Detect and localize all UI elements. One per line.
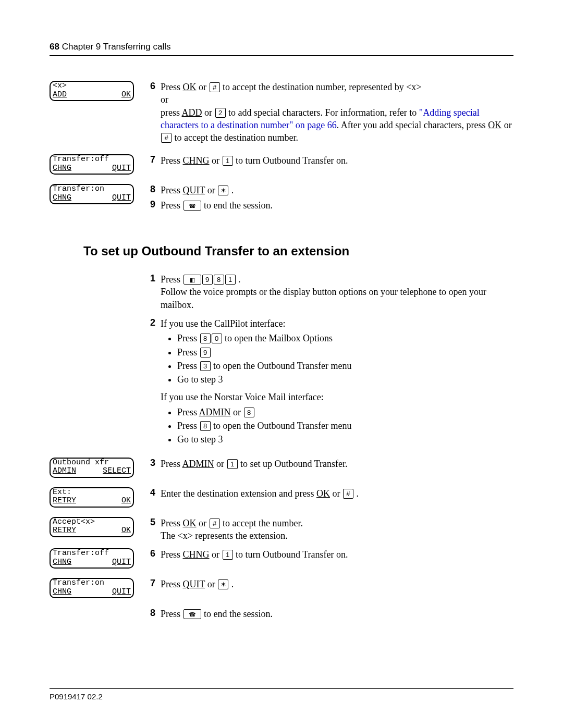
step-row: 8 Press to end the session. [50, 608, 513, 620]
zero-key-icon: 0 [212, 334, 222, 343]
phone-display: Transfer:off CHNGQUIT [50, 548, 134, 569]
page-header: 68 Chapter 9 Transferring calls [50, 42, 513, 56]
phone-display: Ext: RETRYOK [50, 487, 134, 508]
step-row: Transfer:off CHNGQUIT 6 Press CHNG or 1 … [50, 548, 513, 572]
step-number: 6 [141, 81, 161, 92]
step-number: 5 [141, 517, 161, 528]
phone-display: Outbound xfr ADMINSELECT [50, 458, 134, 478]
one-key-icon: 1 [225, 275, 236, 285]
chapter-title: Chapter 9 Transferring calls [62, 42, 171, 52]
step-number: 2 [141, 317, 161, 328]
phone-display: Transfer:off CHNGQUIT [50, 154, 134, 175]
step-number: 8 [141, 608, 161, 619]
step-text: Press to end the session. [161, 199, 513, 212]
step-number: 7 [141, 154, 161, 165]
step-number: 7 [141, 578, 161, 589]
release-key-icon [183, 201, 201, 211]
star-key-icon: ✶ [218, 186, 228, 195]
bullet-list: Press ADMIN or 8 Press 8 to open the Out… [161, 406, 513, 446]
eight-key-icon: 8 [200, 421, 211, 431]
display-column: Transfer:on CHNGQUIT [50, 184, 141, 207]
hash-key-icon: # [210, 82, 220, 92]
step-number: 6 [141, 548, 161, 559]
step-row: 2 If you use the CallPilot interface: Pr… [50, 317, 513, 451]
step-number: 8 [141, 184, 161, 195]
three-key-icon: 3 [200, 361, 211, 371]
step-row: 1 Press 981 . Follow the voice prompts o… [50, 273, 513, 311]
page-footer: P0919417 02.2 [50, 688, 513, 701]
step-text: Enter the destination extension and pres… [161, 487, 513, 500]
step-row: Accept<x> RETRYOK 5 Press OK or # to acc… [50, 517, 513, 542]
step-text: Press 981 . Follow the voice prompts or … [161, 273, 513, 311]
hash-key-icon: # [161, 133, 172, 143]
step-text: Press to end the session. [161, 608, 513, 620]
step-row: Transfer:on CHNGQUIT 7 Press QUIT or ✶ . [50, 578, 513, 601]
display-column: Transfer:off CHNGQUIT [50, 154, 141, 178]
step-number: 3 [141, 458, 161, 468]
bullet-list: Press 80 to open the Mailbox Options Pre… [161, 332, 513, 386]
release-key-icon [183, 609, 201, 619]
step-text: Press OK or # to accept the number. The … [161, 517, 513, 542]
two-key-icon: 2 [215, 108, 226, 118]
one-key-icon: 1 [227, 459, 238, 469]
step-row: <x> ADDOK 6 Press OK or # to accept the … [50, 81, 513, 144]
eight-key-icon: 8 [200, 334, 211, 343]
step-number: 4 [141, 487, 161, 498]
step-text: Press CHNG or 1 to turn Outbound Transfe… [161, 548, 513, 561]
document-page: 68 Chapter 9 Transferring calls <x> ADDO… [0, 0, 563, 728]
nine-key-icon: 9 [200, 348, 211, 357]
list-item: Press 8 to open the Outbound Transfer me… [177, 419, 513, 432]
phone-display: Transfer:on CHNGQUIT [50, 184, 134, 204]
step-row: Transfer:off CHNGQUIT 7 Press CHNG or 1 … [50, 154, 513, 178]
display-column: Transfer:on CHNGQUIT [50, 578, 141, 601]
list-item: Press 80 to open the Mailbox Options [177, 332, 513, 344]
step-row: Ext: RETRYOK 4 Enter the destination ext… [50, 487, 513, 511]
display-column: Transfer:off CHNGQUIT [50, 548, 141, 572]
step-row: Outbound xfr ADMINSELECT 3 Press ADMIN o… [50, 458, 513, 481]
phone-display: Accept<x> RETRYOK [50, 517, 134, 537]
list-item: Press ADMIN or 8 [177, 406, 513, 418]
eight-key-icon: 8 [214, 275, 224, 285]
document-id: P0919417 02.2 [50, 692, 103, 701]
display-column: Accept<x> RETRYOK [50, 517, 141, 540]
hash-key-icon: # [343, 489, 353, 499]
display-column: Ext: RETRYOK [50, 487, 141, 511]
step-text: Press CHNG or 1 to turn Outbound Transfe… [161, 154, 513, 167]
hash-key-icon: # [210, 519, 220, 528]
section-heading: To set up Outbound Transfer to an extens… [83, 244, 513, 258]
list-item: Go to step 3 [177, 433, 513, 446]
star-key-icon: ✶ [218, 579, 228, 589]
step-text: Press OK or # to accept the destination … [161, 81, 513, 144]
list-item: Go to step 3 [177, 373, 513, 386]
list-item: Press 3 to open the Outbound Transfer me… [177, 360, 513, 372]
one-key-icon: 1 [223, 156, 233, 166]
eight-key-icon: 8 [244, 408, 254, 417]
feature-key-icon [183, 275, 201, 285]
step-number: 1 [141, 273, 161, 284]
phone-display: Transfer:on CHNGQUIT [50, 578, 134, 598]
one-key-icon: 1 [223, 550, 233, 560]
step-text: Press QUIT or ✶ . [161, 578, 513, 590]
step-text: Press QUIT or ✶ . [161, 184, 513, 196]
step-number: 9 [141, 199, 161, 210]
page-number: 68 [50, 42, 59, 52]
display-column: <x> ADDOK [50, 81, 141, 104]
phone-display: <x> ADDOK [50, 81, 134, 101]
nine-key-icon: 9 [202, 275, 213, 285]
step-text: If you use the CallPilot interface: Pres… [161, 317, 513, 451]
step-row: Transfer:on CHNGQUIT 8 Press QUIT or ✶ .… [50, 184, 513, 218]
step-text: Press ADMIN or 1 to set up Outbound Tran… [161, 458, 513, 470]
display-column: Outbound xfr ADMINSELECT [50, 458, 141, 481]
list-item: Press 9 [177, 346, 513, 359]
